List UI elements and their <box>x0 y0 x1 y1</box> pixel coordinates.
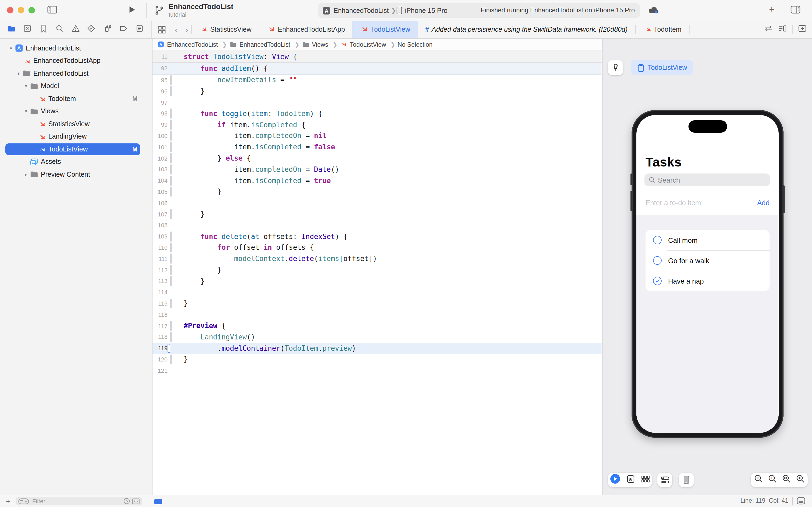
go-forward-button[interactable]: › <box>185 25 188 34</box>
new-tab-button[interactable]: + <box>769 4 774 15</box>
filter-input[interactable] <box>31 497 121 505</box>
preview-target-chip[interactable]: TodoListView <box>631 60 694 75</box>
sidebar-item-views[interactable]: ▾Views <box>0 105 152 118</box>
related-items-button[interactable] <box>153 21 171 38</box>
sidebar-item-statisticsview[interactable]: StatisticsView <box>0 118 152 130</box>
navigator-and-tab-row: ‹›StatisticsViewEnhancedTodoListAppTodoL… <box>0 21 812 39</box>
issues-navigator-icon[interactable] <box>71 24 80 35</box>
sidebar-item-todoitem[interactable]: TodoItemM <box>0 92 152 105</box>
tab-todolistview[interactable]: TodoListView <box>353 21 418 38</box>
tests-navigator-icon[interactable] <box>87 24 96 35</box>
recent-files-clock-icon[interactable] <box>123 498 130 504</box>
breadcrumb-item[interactable]: AEnhancedTodoList <box>157 40 218 49</box>
svg-text:A: A <box>160 42 163 47</box>
breadcrumb-item[interactable]: TodoListView <box>340 40 386 49</box>
zoom-in-button[interactable] <box>796 474 805 486</box>
todo-item[interactable]: Have a nap <box>645 271 769 291</box>
close-window-button[interactable] <box>7 7 13 13</box>
code-line-95: 95 newItemDetails = "" <box>153 74 601 86</box>
folder-icon <box>30 170 38 179</box>
todo-unchecked-icon[interactable] <box>653 236 661 244</box>
code-line-110: 110 for offset in offsets { <box>153 242 601 253</box>
code-line-119: 119 .modelContainer(TodoItem.preview) <box>153 342 601 354</box>
todo-unchecked-icon[interactable] <box>653 256 661 265</box>
minimize-window-button[interactable] <box>18 7 24 13</box>
tab-statisticsview[interactable]: StatisticsView <box>192 21 259 38</box>
file-name: Preview Content <box>41 171 90 178</box>
disclosure-chevron-icon[interactable]: ▾ <box>15 71 22 76</box>
breadcrumb-item[interactable]: No Selection <box>397 41 432 48</box>
preview-device-button[interactable] <box>679 472 694 487</box>
breakpoints-navigator-icon[interactable] <box>119 24 128 35</box>
project-navigator-icon[interactable] <box>7 25 15 35</box>
svg-text:A: A <box>325 8 329 13</box>
svg-text:A: A <box>17 46 21 51</box>
sidebar-item-landingview[interactable]: LandingView <box>0 130 152 143</box>
document-badge <box>154 499 162 504</box>
sidebar-item-assets[interactable]: Assets <box>0 156 152 168</box>
code-editor[interactable]: 11struct TodoListView: View {92 func add… <box>153 51 601 495</box>
preview-chip-label: TodoListView <box>648 64 687 71</box>
new-todo-input[interactable]: Enter a to-do item <box>645 199 701 207</box>
sidebar-item-preview-content[interactable]: ▸Preview Content <box>0 168 152 181</box>
zoom-out-button[interactable] <box>754 474 763 486</box>
sidebar-item-enhancedtodolistapp[interactable]: EnhancedTodoListApp <box>0 55 152 67</box>
zoom-fit-button[interactable] <box>781 474 791 486</box>
tab-todoitem[interactable]: TodoItem <box>636 21 689 38</box>
disclosure-chevron-icon[interactable]: ▾ <box>7 46 14 51</box>
breadcrumb-item[interactable]: EnhancedTodoList <box>229 41 290 49</box>
todo-item[interactable]: Call mom <box>645 230 769 250</box>
selectable-mode-button[interactable] <box>627 474 635 485</box>
disclosure-chevron-icon[interactable]: ▾ <box>22 83 30 89</box>
sidebar-item-enhancedtodolist[interactable]: ▾AEnhancedTodoList <box>0 42 152 55</box>
phone-screen: Tasks Search Enter a to-do item Add Call… <box>636 115 779 433</box>
todo-item[interactable]: Go for a walk <box>645 250 769 271</box>
zoom-window-button[interactable] <box>28 7 35 13</box>
breadcrumb-item[interactable]: Views <box>301 41 328 49</box>
bookmarks-navigator-icon[interactable] <box>39 24 48 35</box>
editor-options-icon[interactable] <box>778 25 787 35</box>
toolbar: EnhancedTodoList tutorial A EnhancedTodo… <box>0 0 812 21</box>
reports-navigator-icon[interactable] <box>135 24 144 35</box>
chevron-right-icon: ❯ <box>391 41 395 48</box>
run-button[interactable] <box>128 5 136 16</box>
add-editor-icon[interactable] <box>798 25 807 35</box>
pin-preview-button[interactable] <box>608 60 623 75</box>
todo-checked-icon[interactable] <box>653 277 661 285</box>
search-input[interactable]: Search <box>644 173 770 186</box>
variants-mode-button[interactable] <box>641 475 650 485</box>
sidebar-item-todolistview[interactable]: TodoListViewM <box>0 143 152 156</box>
source-control-navigator-icon[interactable] <box>23 24 32 35</box>
code-line-112: 112 } <box>153 264 601 276</box>
go-back-button[interactable]: ‹ <box>175 25 177 34</box>
device-settings-button[interactable] <box>657 472 673 487</box>
live-preview-button[interactable] <box>610 474 620 486</box>
filter-field[interactable] <box>15 497 142 505</box>
code-line-114: 114 <box>153 287 601 298</box>
sidebar-item-model[interactable]: ▾Model <box>0 80 152 92</box>
right-sidebar-toggle-icon[interactable] <box>791 5 801 16</box>
add-todo-button[interactable]: Add <box>757 199 769 207</box>
scheme-selector[interactable]: A EnhancedTodoList ❯ <box>322 5 396 16</box>
swap-editor-icon[interactable] <box>764 25 773 35</box>
sidebar-item-enhancedtodolist[interactable]: ▾EnhancedTodoList <box>0 67 152 80</box>
file-name: LandingView <box>48 133 87 140</box>
folder-icon <box>230 41 237 48</box>
code-line-113: 113 } <box>153 276 601 287</box>
chevron-right-icon: ❯ <box>295 41 299 48</box>
tab-added[interactable]: #Added data persistence using the SwiftD… <box>418 21 635 38</box>
cloud-sync-icon[interactable] <box>648 5 659 17</box>
zoom-100-button[interactable]: 1 <box>768 474 777 486</box>
editor-layout-icon[interactable] <box>797 497 806 507</box>
tab-enhancedtodolistapp[interactable]: EnhancedTodoListApp <box>259 21 352 38</box>
source-control-filter-icon[interactable] <box>132 498 139 504</box>
search-placeholder: Search <box>658 176 680 184</box>
add-file-button[interactable]: + <box>6 497 10 505</box>
run-destination-selector[interactable]: iPhone 15 Pro <box>396 5 447 16</box>
left-sidebar-toggle-icon[interactable] <box>47 5 57 16</box>
new-todo-row: Enter a to-do item Add <box>636 194 779 211</box>
disclosure-chevron-icon[interactable]: ▸ <box>22 172 30 177</box>
debug-navigator-icon[interactable] <box>103 24 112 35</box>
find-navigator-icon[interactable] <box>55 24 64 35</box>
disclosure-chevron-icon[interactable]: ▾ <box>22 109 30 114</box>
